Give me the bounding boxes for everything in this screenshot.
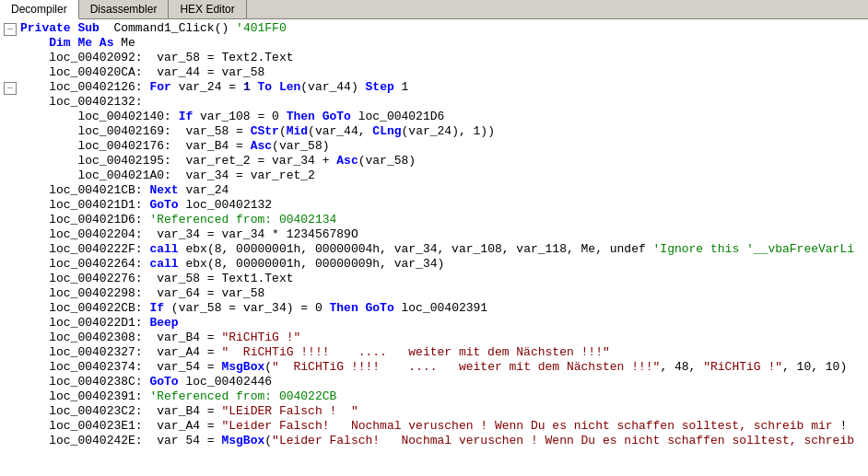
- code-line: loc_004021CB: Next var_24: [0, 183, 868, 198]
- code-line: loc_004023C2: var_B4 = "LEiDER Falsch ! …: [0, 404, 868, 419]
- tab-hex-editor[interactable]: HEX Editor: [169, 0, 246, 18]
- code-content: loc_00402264: call ebx(8, 00000001h, 000…: [20, 257, 864, 272]
- code-content: loc_0040242E: var 54 = MsgBox("Leider Fa…: [20, 434, 864, 448]
- code-line: loc_0040242E: var 54 = MsgBox("Leider Fa…: [0, 434, 868, 448]
- code-line: loc_004023E1: var_A4 = "Leider Falsch! N…: [0, 419, 868, 434]
- collapse-button[interactable]: —: [4, 23, 17, 36]
- tab-disassembler[interactable]: Disassembler: [79, 0, 170, 18]
- code-content: loc_00402327: var_A4 = " RiCHTiG !!!! ..…: [20, 345, 864, 360]
- main-window: Decompiler Disassembler HEX Editor —Priv…: [0, 0, 868, 476]
- gutter-marker: —: [4, 80, 20, 95]
- code-content: loc_004021A0: var_34 = var_ret_2: [20, 168, 864, 183]
- code-line: loc_0040238C: GoTo loc_00402446: [0, 375, 868, 389]
- code-content: loc_004023C2: var_B4 = "LEiDER Falsch ! …: [20, 404, 864, 419]
- code-content: loc_00402169: var_58 = CStr(Mid(var_44, …: [20, 124, 864, 139]
- code-content: loc_004020CA: var_44 = var_58: [20, 65, 864, 80]
- code-content: loc_00402374: var_54 = MsgBox(" RiCHTiG …: [20, 360, 864, 375]
- code-line: loc_00402204: var_34 = var_34 * 12345678…: [0, 227, 868, 242]
- code-line: loc_00402308: var_B4 = "RiCHTiG !": [0, 331, 868, 345]
- code-line: Dim Me As Me: [0, 36, 868, 51]
- code-line: loc_00402298: var_64 = var_58: [0, 286, 868, 301]
- code-content: loc_004022CB: If (var_58 = var_34) = 0 T…: [20, 301, 864, 316]
- code-line: loc_00402140: If var_108 = 0 Then GoTo l…: [0, 110, 868, 124]
- code-content: loc_00402298: var_64 = var_58: [20, 286, 864, 301]
- code-line: loc_004022CB: If (var_58 = var_34) = 0 T…: [0, 301, 868, 316]
- code-line: loc_004021D6: 'Referenced from: 00402134: [0, 213, 868, 227]
- code-content: Dim Me As Me: [20, 36, 864, 51]
- code-line: loc_00402092: var_58 = Text2.Text: [0, 51, 868, 65]
- code-line: loc_00402391: 'Referenced from: 004022CB: [0, 389, 868, 404]
- code-line: loc_00402195: var_ret_2 = var_34 + Asc(v…: [0, 154, 868, 168]
- tab-bar: Decompiler Disassembler HEX Editor: [0, 0, 868, 19]
- code-content: loc_00402140: If var_108 = 0 Then GoTo l…: [20, 110, 864, 124]
- code-line: loc_004021A0: var_34 = var_ret_2: [0, 168, 868, 183]
- code-line: loc_00402276: var_58 = Text1.Text: [0, 272, 868, 286]
- code-line: loc_004020CA: var_44 = var_58: [0, 65, 868, 80]
- code-line: loc_00402132:: [0, 95, 868, 110]
- code-content: loc_00402308: var_B4 = "RiCHTiG !": [20, 331, 864, 345]
- code-content: loc_0040222F: call ebx(8, 00000001h, 000…: [20, 242, 864, 257]
- code-content: loc_004021D6: 'Referenced from: 00402134: [20, 213, 864, 227]
- code-content: loc_00402276: var_58 = Text1.Text: [20, 272, 864, 286]
- code-line: loc_00402264: call ebx(8, 00000001h, 000…: [0, 257, 868, 272]
- code-line: loc_00402169: var_58 = CStr(Mid(var_44, …: [0, 124, 868, 139]
- code-content: loc_0040238C: GoTo loc_00402446: [20, 375, 864, 389]
- code-line: loc_004022D1: Beep: [0, 316, 868, 331]
- code-line: loc_00402374: var_54 = MsgBox(" RiCHTiG …: [0, 360, 868, 375]
- code-content: loc_004022D1: Beep: [20, 316, 864, 331]
- code-content: loc_00402126: For var_24 = 1 To Len(var_…: [20, 80, 864, 95]
- code-line: — loc_00402126: For var_24 = 1 To Len(va…: [0, 80, 868, 95]
- code-line: loc_004021D1: GoTo loc_00402132: [0, 198, 868, 213]
- code-content: loc_00402092: var_58 = Text2.Text: [20, 51, 864, 65]
- code-content: loc_00402391: 'Referenced from: 004022CB: [20, 389, 864, 404]
- code-line: —Private Sub Command1_Click() '401FF0: [0, 21, 868, 36]
- code-area[interactable]: —Private Sub Command1_Click() '401FF0 Di…: [0, 19, 868, 476]
- collapse-button[interactable]: —: [4, 82, 17, 95]
- tab-decompiler[interactable]: Decompiler: [0, 0, 79, 19]
- code-content: loc_004023E1: var_A4 = "Leider Falsch! N…: [20, 419, 864, 434]
- code-content: loc_00402132:: [20, 95, 864, 110]
- code-line: loc_0040222F: call ebx(8, 00000001h, 000…: [0, 242, 868, 257]
- code-content: loc_004021CB: Next var_24: [20, 183, 864, 198]
- code-line: loc_00402327: var_A4 = " RiCHTiG !!!! ..…: [0, 345, 868, 360]
- code-content: loc_00402195: var_ret_2 = var_34 + Asc(v…: [20, 154, 864, 168]
- code-content: loc_00402176: var_B4 = Asc(var_58): [20, 139, 864, 154]
- code-content: loc_00402204: var_34 = var_34 * 12345678…: [20, 227, 864, 242]
- code-content: loc_004021D1: GoTo loc_00402132: [20, 198, 864, 213]
- gutter-marker: —: [4, 21, 20, 36]
- code-line: loc_00402176: var_B4 = Asc(var_58): [0, 139, 868, 154]
- code-content: Private Sub Command1_Click() '401FF0: [20, 21, 864, 36]
